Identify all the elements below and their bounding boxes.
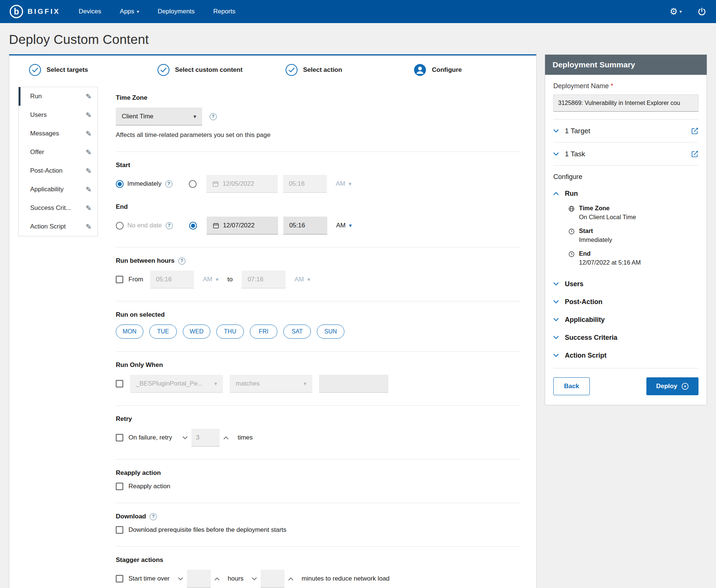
chevron-down-icon[interactable] — [553, 318, 559, 322]
step-select-targets[interactable]: Select targets — [29, 64, 157, 76]
run-only-when-checkbox[interactable] — [116, 380, 123, 387]
tab-messages[interactable]: Messages✎ — [19, 124, 98, 143]
stagger-minutes-input[interactable] — [261, 570, 284, 588]
day-pill-mon[interactable]: MON — [116, 325, 143, 339]
from-meridiem-select[interactable]: AM ▾ — [203, 276, 219, 283]
end-meridiem-select[interactable]: AM ▾ — [336, 222, 352, 229]
end-row: No end date ? 12/07/2022 05:16 AM ▾ — [116, 217, 521, 234]
step-select-action[interactable]: Select action — [285, 64, 413, 76]
pencil-icon[interactable]: ✎ — [86, 92, 92, 101]
hours-label: hours — [228, 575, 244, 582]
nav-deployments[interactable]: Deployments — [158, 8, 195, 15]
stepper-decrease-button[interactable] — [248, 570, 261, 588]
time-zone-section: Time Zone Client Time ▾ ? Affects all ti… — [116, 90, 521, 152]
stepper-decrease-button[interactable] — [179, 429, 191, 447]
top-navbar: b BIGFIX Devices Apps▾ Deployments Repor… — [0, 0, 716, 23]
chevron-down-icon[interactable] — [553, 354, 559, 357]
from-time-input[interactable]: 05:16 — [150, 271, 194, 288]
day-pill-thu[interactable]: THU — [216, 325, 244, 339]
help-icon[interactable]: ? — [166, 222, 173, 229]
check-circle-icon — [157, 64, 170, 76]
tab-post-action[interactable]: Post-Action✎ — [19, 162, 98, 180]
property-select[interactable]: _BESPluginPortal_Pe... ▾ — [130, 375, 223, 393]
help-icon[interactable]: ? — [178, 258, 185, 265]
step-label: Select action — [303, 66, 342, 74]
start-time-input[interactable]: 05:16 — [283, 175, 327, 193]
run-only-when-value-input[interactable] — [319, 375, 388, 393]
operator-select[interactable]: matches ▾ — [230, 375, 312, 393]
pencil-icon[interactable]: ✎ — [86, 167, 92, 175]
day-pill-tue[interactable]: TUE — [149, 325, 177, 339]
chevron-up-icon[interactable] — [553, 192, 559, 195]
end-on-date-radio[interactable] — [189, 222, 197, 230]
back-button[interactable]: Back — [553, 377, 590, 395]
logout-button[interactable] — [697, 7, 706, 16]
start-meridiem-select[interactable]: AM ▾ — [336, 180, 351, 188]
stagger-hours-input[interactable] — [187, 570, 211, 588]
start-date-input[interactable]: 12/05/2022 — [206, 175, 278, 193]
stepper-increase-button[interactable] — [211, 570, 223, 588]
summary-section-success-criteria[interactable]: Success Criteria — [553, 329, 699, 346]
nav-reports[interactable]: Reports — [213, 8, 236, 15]
run-settings-form: Time Zone Client Time ▾ ? Affects all ti… — [98, 87, 526, 588]
bigfix-logo[interactable]: b BIGFIX — [10, 5, 60, 18]
retry-count-input[interactable]: 3 — [191, 429, 220, 447]
nav-devices[interactable]: Devices — [79, 8, 101, 15]
chevron-down-icon[interactable] — [553, 282, 559, 286]
pencil-icon[interactable]: ✎ — [86, 111, 92, 119]
chevron-down-icon[interactable] — [553, 300, 559, 304]
chevron-down-icon[interactable] — [553, 336, 559, 339]
start-on-date-radio[interactable] — [189, 180, 197, 188]
reapply-checkbox[interactable] — [116, 483, 123, 490]
tab-action-script[interactable]: Action Script✎ — [19, 217, 98, 236]
pencil-icon[interactable]: ✎ — [86, 130, 92, 138]
time-zone-select[interactable]: Client Time ▾ — [116, 108, 202, 125]
summary-run-header[interactable]: Run — [553, 185, 699, 202]
help-icon[interactable]: ? — [210, 113, 217, 120]
day-pill-sat[interactable]: SAT — [283, 325, 311, 339]
day-pill-sun[interactable]: SUN — [317, 325, 344, 339]
stepper-increase-button[interactable] — [220, 429, 232, 447]
start-immediately-radio[interactable] — [116, 180, 124, 188]
target-summary-row[interactable]: 1 Target — [553, 119, 699, 143]
tab-success-criteria[interactable]: Success Crit...✎ — [19, 199, 98, 217]
pencil-icon[interactable]: ✎ — [86, 223, 92, 231]
summary-section-users[interactable]: Users — [553, 275, 699, 293]
summary-section-action-script[interactable]: Action Script — [553, 346, 699, 364]
deployment-name-input[interactable] — [553, 95, 699, 112]
to-meridiem-select[interactable]: AM ▾ — [295, 276, 310, 283]
step-select-custom-content[interactable]: Select custom content — [157, 64, 285, 76]
pencil-icon[interactable]: ✎ — [86, 204, 92, 212]
pencil-icon[interactable]: ✎ — [86, 185, 92, 194]
tab-users[interactable]: Users✎ — [19, 106, 98, 124]
nav-apps[interactable]: Apps▾ — [120, 8, 139, 15]
end-time-input[interactable]: 05:16 — [283, 217, 327, 234]
task-summary-row[interactable]: 1 Task — [553, 143, 699, 166]
help-icon[interactable]: ? — [165, 180, 172, 188]
edit-icon[interactable] — [691, 150, 699, 158]
end-date-input[interactable]: 12/07/2022 — [207, 217, 278, 234]
run-between-checkbox[interactable] — [116, 276, 123, 283]
chevron-down-icon[interactable] — [553, 129, 559, 133]
tab-label: Offer — [30, 148, 44, 156]
stepper-increase-button[interactable] — [284, 570, 297, 588]
edit-icon[interactable] — [691, 127, 699, 135]
deploy-button[interactable]: Deploy — [646, 377, 699, 395]
summary-section-applicability[interactable]: Applicability — [553, 311, 699, 329]
stagger-checkbox[interactable] — [116, 575, 123, 582]
download-checkbox[interactable] — [116, 526, 123, 534]
pencil-icon[interactable]: ✎ — [86, 148, 92, 157]
day-pill-fri[interactable]: FRI — [250, 325, 277, 339]
tab-applicability[interactable]: Applicability✎ — [19, 180, 98, 199]
no-end-date-radio[interactable] — [116, 222, 124, 230]
stepper-decrease-button[interactable] — [174, 570, 187, 588]
summary-section-post-action[interactable]: Post-Action — [553, 293, 699, 311]
to-time-input[interactable]: 07:16 — [242, 271, 286, 288]
tab-offer[interactable]: Offer✎ — [19, 143, 98, 162]
chevron-down-icon[interactable] — [553, 152, 559, 156]
day-pill-wed[interactable]: WED — [183, 325, 210, 339]
settings-menu[interactable]: ⚙ ▾ — [669, 6, 682, 17]
tab-run[interactable]: Run✎ — [19, 87, 98, 106]
retry-checkbox[interactable] — [116, 434, 123, 441]
help-icon[interactable]: ? — [150, 513, 157, 520]
